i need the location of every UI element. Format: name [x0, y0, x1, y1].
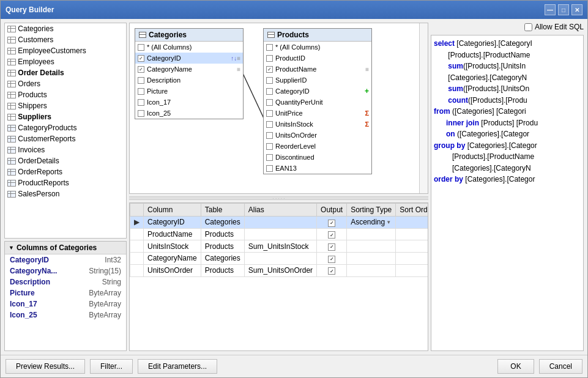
cell-column: UnitsOnOrder [144, 264, 201, 276]
cell-column: CategoryID [144, 217, 201, 229]
diagram-vscroll[interactable] [419, 23, 428, 193]
cell-table: Products [201, 228, 244, 240]
cell-output[interactable] [317, 228, 347, 240]
tree-item-productreports[interactable]: ProductReports [5, 177, 126, 188]
tree-item-suppliers[interactable]: Suppliers [5, 111, 126, 122]
table-icon [7, 81, 16, 87]
column-row: Description String [5, 276, 126, 287]
products-row-unitsonorder[interactable]: UnitsOnOrder [264, 130, 371, 141]
grid-row-categoryname: CategoryName Categories [130, 253, 429, 265]
splitter[interactable]: · · · · · [129, 196, 428, 200]
tree-item-customerreports[interactable]: CustomerReports [5, 133, 126, 144]
title-bar-controls: — □ ✕ [545, 4, 582, 15]
filter-button[interactable]: Filter... [90, 359, 133, 374]
row-arrow: ▶ [130, 217, 144, 229]
tree-item-categoryproducts[interactable]: CategoryProducts [5, 122, 126, 133]
table-header-icon [267, 32, 275, 38]
view-icon [7, 180, 16, 187]
query-grid[interactable]: Column Table Alias Output Sorting Type S… [129, 202, 428, 351]
products-row-ean13[interactable]: EAN13 [264, 163, 371, 174]
minimize-button[interactable]: — [545, 4, 556, 15]
table-icon [7, 70, 16, 76]
categories-row-icon17[interactable]: Icon_17 [135, 97, 243, 108]
cell-sorting[interactable]: Ascending ▼ [347, 217, 396, 229]
tree-item-products[interactable]: Products [5, 89, 126, 100]
cell-output[interactable] [317, 240, 347, 253]
categories-row-icon25[interactable]: Icon_25 [135, 108, 243, 119]
categories-row-categoryid[interactable]: CategoryID ↑↓ ≡ [135, 53, 243, 64]
categories-row-categoryname[interactable]: CategoryName ≡ [135, 64, 243, 75]
pin-icon: ≡ [365, 66, 369, 73]
columns-panel: Columns of Categories CategoryID Int32 C… [4, 241, 127, 351]
diagram-area: Categories * (All Columns) CategoryID [129, 23, 428, 194]
products-row-qtyperunit[interactable]: QuantityPerUnit [264, 97, 371, 108]
cell-sorting[interactable] [347, 253, 396, 265]
products-row-categoryid[interactable]: CategoryID + [264, 86, 371, 97]
cell-sorting[interactable] [347, 228, 396, 240]
grid-row-categoryid: ▶ CategoryID Categories Ascending ▼ [130, 217, 429, 229]
cell-table: Categories [201, 253, 244, 265]
col-header-alias: Alias [244, 204, 316, 217]
preview-results-button[interactable]: Preview Results... [6, 359, 85, 374]
table-tree[interactable]: Categories Customers EmployeeCustomers E… [4, 23, 127, 239]
products-row-productname[interactable]: ProductName ≡ [264, 64, 371, 75]
cell-sorting[interactable] [347, 264, 396, 276]
tree-item-invoices[interactable]: Invoices [5, 144, 126, 155]
view-icon [7, 169, 16, 176]
columns-panel-title: Columns of Categories [17, 243, 97, 252]
products-row-supplierid[interactable]: SupplierID [264, 75, 371, 86]
pin-icon: ≡ [237, 55, 240, 62]
tree-item-orderdetails2[interactable]: OrderDetails [5, 155, 126, 166]
maximize-button[interactable]: □ [558, 4, 569, 15]
col-header-column: Column [144, 204, 201, 217]
tree-item-orderdetails[interactable]: Order Details [5, 67, 126, 78]
grid-header-row: Column Table Alias Output Sorting Type S… [130, 204, 429, 217]
products-row-reorderlevel[interactable]: ReorderLevel [264, 141, 371, 152]
cell-alias[interactable]: Sum_UnitsOnOrder [244, 264, 316, 276]
tree-item-orderreports[interactable]: OrderReports [5, 166, 126, 177]
sql-panel[interactable]: select [Categories].[CategoryI [Products… [431, 35, 584, 351]
dropdown-arrow-icon[interactable]: ▼ [386, 220, 391, 225]
cell-output[interactable] [317, 217, 347, 229]
cell-output[interactable] [317, 253, 347, 265]
cell-output[interactable] [317, 264, 347, 276]
col-header-sorting: Sorting Type [347, 204, 396, 217]
diagram-canvas-scroll[interactable]: Categories * (All Columns) CategoryID [130, 23, 419, 193]
cancel-button[interactable]: Cancel [539, 359, 582, 374]
col-header-sortorder: Sort Order [396, 204, 428, 217]
edit-parameters-button[interactable]: Edit Parameters... [138, 359, 217, 374]
view-icon [7, 191, 16, 198]
tree-item-employeecustomers[interactable]: EmployeeCustomers [5, 45, 126, 56]
cell-alias[interactable] [244, 217, 316, 229]
allow-edit-area: Allow Edit SQL [431, 23, 584, 31]
tree-item-employees[interactable]: Employees [5, 56, 126, 67]
tree-item-customers[interactable]: Customers [5, 34, 126, 45]
table-header-icon [139, 32, 146, 38]
cell-alias[interactable] [244, 253, 316, 265]
categories-row-picture[interactable]: Picture [135, 86, 243, 97]
right-panel: Allow Edit SQL select [Categories].[Cate… [431, 23, 584, 351]
products-row-productid[interactable]: ProductID [264, 53, 371, 64]
table-icon [7, 92, 16, 98]
view-icon [7, 147, 16, 154]
tree-item-shippers[interactable]: Shippers [5, 100, 126, 111]
grid-table: Column Table Alias Output Sorting Type S… [130, 203, 428, 277]
left-panel: Categories Customers EmployeeCustomers E… [4, 23, 127, 351]
close-button[interactable]: ✕ [571, 4, 582, 15]
categories-row-allcols[interactable]: * (All Columns) [135, 42, 243, 53]
products-row-allcols[interactable]: * (All Columns) [264, 42, 371, 53]
tree-item-categories[interactable]: Categories [5, 23, 126, 34]
cell-alias[interactable]: Sum_UnitsInStock [244, 240, 316, 253]
products-row-discontinued[interactable]: Discontinued [264, 152, 371, 163]
categories-row-description[interactable]: Description [135, 75, 243, 86]
cell-alias[interactable] [244, 228, 316, 240]
cell-sorting[interactable] [347, 240, 396, 253]
allow-edit-checkbox[interactable] [524, 23, 532, 31]
products-row-unitsinstock[interactable]: UnitsInStock Σ [264, 119, 371, 130]
tree-item-orders[interactable]: Orders [5, 78, 126, 89]
tree-item-salesperson[interactable]: SalesPerson [5, 188, 126, 199]
cell-sortorder [396, 253, 428, 265]
title-bar: Query Builder — □ ✕ [1, 1, 587, 19]
ok-button[interactable]: OK [497, 359, 534, 374]
products-row-unitprice[interactable]: UnitPrice Σ [264, 108, 371, 119]
